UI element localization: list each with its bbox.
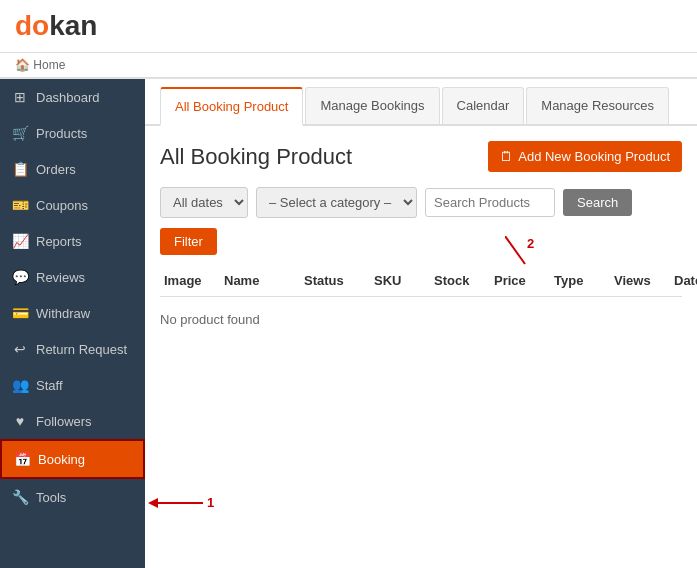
sidebar-item-label: Products <box>36 126 87 141</box>
sidebar-item-dashboard[interactable]: ⊞ Dashboard <box>0 79 145 115</box>
category-select[interactable]: – Select a category – <box>256 187 417 218</box>
orders-icon: 📋 <box>12 161 28 177</box>
brand-logo: dokan <box>15 10 682 42</box>
main-content: All Booking Product Manage Bookings Cale… <box>145 79 697 568</box>
sidebar-item-label: Reviews <box>36 270 85 285</box>
table-header: Image Name Status SKU Stock Price Type V… <box>160 265 682 297</box>
svg-line-2 <box>505 236 525 264</box>
dashboard-icon: ⊞ <box>12 89 28 105</box>
svg-marker-1 <box>148 498 158 508</box>
tab-manage-bookings[interactable]: Manage Bookings <box>305 87 439 124</box>
sidebar-item-label: Withdraw <box>36 306 90 321</box>
sidebar-item-reviews[interactable]: 💬 Reviews <box>0 259 145 295</box>
col-type: Type <box>550 273 610 288</box>
sidebar-item-label: Reports <box>36 234 82 249</box>
search-button[interactable]: Search <box>563 189 632 216</box>
sidebar-item-staff[interactable]: 👥 Staff <box>0 367 145 403</box>
tab-calendar[interactable]: Calendar <box>442 87 525 124</box>
sidebar-item-products[interactable]: 🛒 Products <box>0 115 145 151</box>
col-views: Views <box>610 273 670 288</box>
followers-icon: ♥ <box>12 413 28 429</box>
search-input[interactable] <box>425 188 555 217</box>
sidebar-item-withdraw[interactable]: 💳 Withdraw <box>0 295 145 331</box>
tab-bar: All Booking Product Manage Bookings Cale… <box>145 79 697 126</box>
col-image: Image <box>160 273 220 288</box>
return-icon: ↩ <box>12 341 28 357</box>
sidebar-item-followers[interactable]: ♥ Followers <box>0 403 145 439</box>
tab-all-booking-product[interactable]: All Booking Product <box>160 87 303 126</box>
sidebar-item-orders[interactable]: 📋 Orders <box>0 151 145 187</box>
staff-icon: 👥 <box>12 377 28 393</box>
sidebar-item-booking[interactable]: 📅 Booking <box>0 439 145 479</box>
sidebar-item-label: Staff <box>36 378 63 393</box>
coupons-icon: 🎫 <box>12 197 28 213</box>
page-title: All Booking Product <box>160 144 352 170</box>
annotation-1-arrow: 1 <box>148 495 214 510</box>
col-date: Date <box>670 273 697 288</box>
add-new-booking-product-button[interactable]: 🗒 Add New Booking Product <box>488 141 682 172</box>
sidebar-item-label: Tools <box>36 490 66 505</box>
tools-icon: 🔧 <box>12 489 28 505</box>
sidebar-item-label: Orders <box>36 162 76 177</box>
home-icon: 🏠 <box>15 58 30 72</box>
sidebar-item-reports[interactable]: 📈 Reports <box>0 223 145 259</box>
sidebar-item-coupons[interactable]: 🎫 Coupons <box>0 187 145 223</box>
sidebar-item-label: Followers <box>36 414 92 429</box>
sidebar-item-return-request[interactable]: ↩ Return Request <box>0 331 145 367</box>
dates-select[interactable]: All dates <box>160 187 248 218</box>
sidebar-item-label: Return Request <box>36 342 127 357</box>
col-stock: Stock <box>430 273 490 288</box>
reviews-icon: 💬 <box>12 269 28 285</box>
sidebar: ⊞ Dashboard 🛒 Products 📋 Orders 🎫 Coupon… <box>0 79 145 568</box>
annotation-2-label: 2 <box>527 236 534 251</box>
breadcrumb: 🏠 Home <box>0 53 697 78</box>
col-price: Price <box>490 273 550 288</box>
add-icon: 🗒 <box>500 149 513 164</box>
reports-icon: 📈 <box>12 233 28 249</box>
booking-icon: 📅 <box>14 451 30 467</box>
col-status: Status <box>300 273 370 288</box>
annotation-2: 2 <box>505 236 540 269</box>
sidebar-item-label: Booking <box>38 452 85 467</box>
col-sku: SKU <box>370 273 430 288</box>
products-icon: 🛒 <box>12 125 28 141</box>
col-name: Name <box>220 273 300 288</box>
sidebar-item-tools[interactable]: 🔧 Tools <box>0 479 145 515</box>
sidebar-item-label: Dashboard <box>36 90 100 105</box>
sidebar-item-label: Coupons <box>36 198 88 213</box>
empty-state: No product found <box>160 297 682 342</box>
annotation-1-label: 1 <box>207 495 214 510</box>
withdraw-icon: 💳 <box>12 305 28 321</box>
breadcrumb-home[interactable]: Home <box>33 58 65 72</box>
filter-button[interactable]: Filter <box>160 228 217 255</box>
tab-manage-resources[interactable]: Manage Resources <box>526 87 669 124</box>
filter-row: All dates – Select a category – Search <box>160 187 682 218</box>
